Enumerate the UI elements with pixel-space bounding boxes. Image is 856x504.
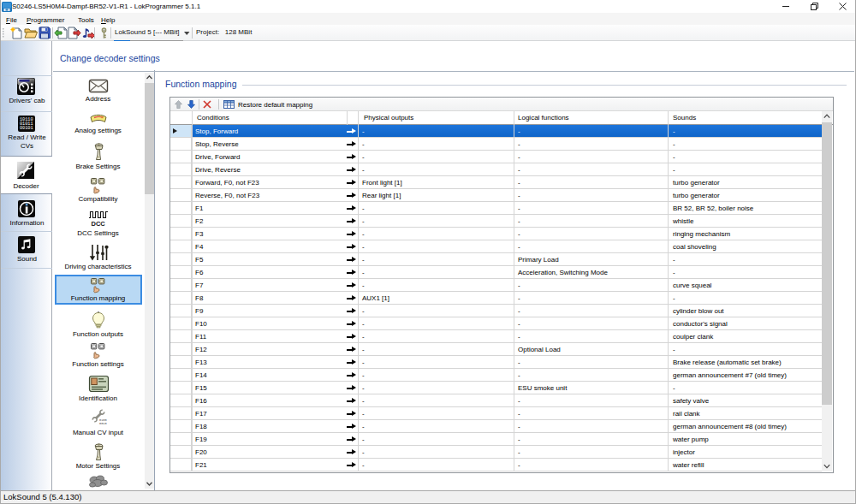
- svg-text:0010: 0010: [99, 422, 107, 425]
- svg-text:DCC: DCC: [92, 220, 106, 228]
- svg-text:00101: 00101: [20, 126, 33, 131]
